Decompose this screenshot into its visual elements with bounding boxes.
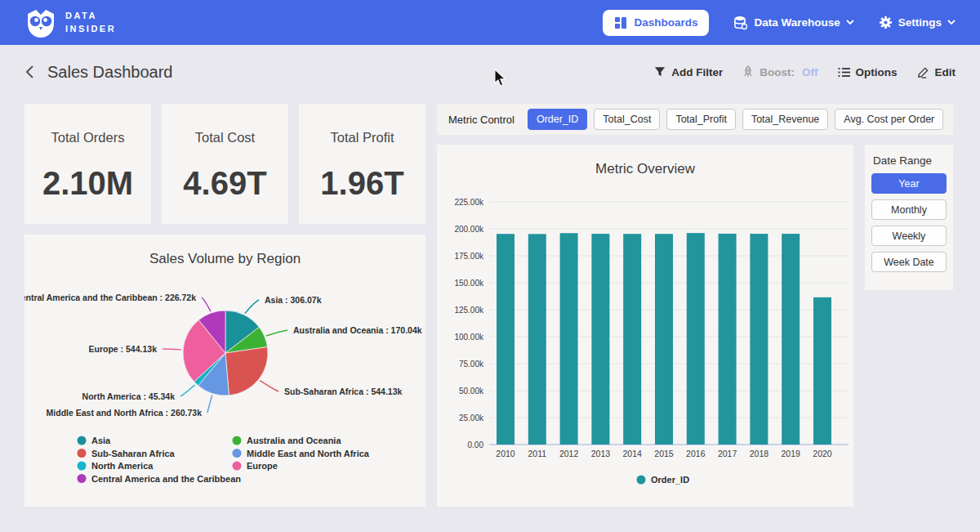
legend-item-europe[interactable]: Europe xyxy=(233,461,278,471)
y-tick-label: 125.00k xyxy=(454,306,484,315)
bar-2015[interactable] xyxy=(655,234,673,445)
logo[interactable]: DATA INSIDER xyxy=(24,7,116,38)
dashboards-icon xyxy=(614,16,627,29)
pie-leader-line xyxy=(266,330,287,336)
y-tick-label: 150.00k xyxy=(454,279,484,288)
logo-line1: DATA xyxy=(65,10,116,23)
edit-label: Edit xyxy=(935,66,956,78)
options-button[interactable]: Options xyxy=(838,66,898,78)
metric-control-label: Metric Control xyxy=(448,114,514,126)
kpi-label: Total Profit xyxy=(299,130,425,145)
pie-leader-line xyxy=(245,300,259,314)
legend-item-north-america[interactable]: North America xyxy=(78,461,154,471)
date-range-year[interactable]: Year xyxy=(871,173,947,194)
pie-label: Sub-Saharan Africa : 544.13k xyxy=(284,387,402,396)
options-label: Options xyxy=(856,66,898,78)
gear-icon xyxy=(879,16,893,29)
kpi-card-total-cost: Total Cost 4.69T xyxy=(162,104,288,224)
bar-chart: 0.0025.00k50.00k75.00k100.00k125.00k150.… xyxy=(437,145,853,507)
dashboards-label: Dashboards xyxy=(634,16,697,29)
kpi-label: Total Cost xyxy=(162,130,288,145)
y-tick-label: 25.00k xyxy=(459,414,484,422)
pie-leader-line xyxy=(202,297,211,311)
y-tick-label: 0.00 xyxy=(468,440,484,449)
x-tick-label: 2015 xyxy=(654,449,674,458)
legend-item-asia[interactable]: Asia xyxy=(78,436,112,445)
svg-text:Sub-Saharan Africa: Sub-Saharan Africa xyxy=(91,449,176,458)
y-tick-label: 175.00k xyxy=(454,252,484,261)
svg-text:Asia: Asia xyxy=(91,436,111,445)
dashboards-button[interactable]: Dashboards xyxy=(603,10,709,36)
bar-2019[interactable] xyxy=(782,234,800,445)
bar-2011[interactable] xyxy=(528,234,546,445)
legend-item-sub-saharan-africa[interactable]: Sub-Saharan Africa xyxy=(78,449,176,458)
x-tick-label: 2014 xyxy=(623,449,643,458)
bar-2010[interactable] xyxy=(497,234,514,445)
svg-text:North America: North America xyxy=(91,461,154,471)
back-button[interactable] xyxy=(24,65,34,79)
x-tick-label: 2012 xyxy=(559,449,579,458)
metric-chip-total-revenue[interactable]: Total_Revenue xyxy=(742,109,828,130)
x-tick-label: 2013 xyxy=(591,449,611,458)
data-warehouse-menu[interactable]: Data Warehouse xyxy=(733,16,853,30)
pie-leader-line xyxy=(260,381,278,391)
date-range-weekly[interactable]: Weekly xyxy=(871,226,947,246)
x-tick-label: 2017 xyxy=(718,449,737,458)
settings-menu[interactable]: Settings xyxy=(879,16,956,29)
y-tick-label: 225.00k xyxy=(454,198,484,207)
pie-chart-panel: Sales Volume by Region Asia : 306.07kAus… xyxy=(24,235,425,507)
y-tick-label: 75.00k xyxy=(459,360,484,369)
x-tick-label: 2018 xyxy=(750,449,769,458)
kpi-label: Total Orders xyxy=(24,130,151,145)
bar-2017[interactable] xyxy=(719,234,737,445)
pie-leader-line xyxy=(180,385,195,396)
metric-chip-total-cost[interactable]: Total_Cost xyxy=(594,109,660,130)
date-range-monthly[interactable]: Monthly xyxy=(871,199,947,220)
pie-label: North America : 45.34k xyxy=(82,391,176,401)
boost-toggle[interactable]: Boost: Off xyxy=(742,65,817,78)
metric-chip-avg-cost-per-order[interactable]: Avg. Cost per Order xyxy=(835,109,943,130)
kpi-card-total-orders: Total Orders 2.10M xyxy=(24,104,151,224)
add-filter-label: Add Filter xyxy=(671,66,723,78)
pie-label: Australia and Oceania : 170.04k xyxy=(293,325,422,335)
legend-item-middle-east-and-north-africa[interactable]: Middle East and North Africa xyxy=(233,449,370,458)
bar-2013[interactable] xyxy=(591,234,609,445)
database-icon xyxy=(733,16,748,30)
legend-item-central-america-and-the-caribbean[interactable]: Central America and the Caribbean xyxy=(78,474,242,484)
add-filter-button[interactable]: Add Filter xyxy=(654,66,723,78)
bar-2014[interactable] xyxy=(623,234,641,445)
date-range-panel: Date Range Year Monthly Weekly Week Date xyxy=(865,145,953,290)
boost-state: Off xyxy=(802,66,818,78)
bar-2012[interactable] xyxy=(560,233,578,445)
logo-text: DATA INSIDER xyxy=(65,10,116,36)
list-icon xyxy=(838,67,850,78)
legend-item-order-id[interactable]: Order_ID xyxy=(637,475,690,485)
bar-2018[interactable] xyxy=(750,234,768,445)
page-title: Sales Dashboard xyxy=(47,63,172,82)
bar-2016[interactable] xyxy=(687,233,705,445)
x-tick-label: 2010 xyxy=(496,449,515,458)
boost-label: Boost: xyxy=(760,66,795,78)
legend-item-australia-and-oceania[interactable]: Australia and Oceania xyxy=(233,436,342,445)
chevron-down-icon xyxy=(846,20,854,25)
pie-leader-line xyxy=(163,349,181,350)
page-header: Sales Dashboard Add Filter Boost: Off xyxy=(0,45,980,99)
pencil-icon xyxy=(917,66,929,78)
bar-2020[interactable] xyxy=(813,297,831,445)
edit-button[interactable]: Edit xyxy=(917,66,956,78)
metric-chip-total-profit[interactable]: Total_Profit xyxy=(666,109,736,130)
owl-logo-icon xyxy=(24,7,57,38)
settings-label: Settings xyxy=(898,16,942,29)
x-tick-label: 2011 xyxy=(528,449,547,458)
pie-slice-sub-saharan-africa[interactable] xyxy=(225,347,268,396)
svg-text:Middle East and North Africa: Middle East and North Africa xyxy=(247,449,370,458)
x-tick-label: 2020 xyxy=(813,449,832,458)
pie-label: Central America and the Caribbean : 226.… xyxy=(24,293,196,302)
kpi-value: 4.69T xyxy=(162,165,288,202)
data-warehouse-label: Data Warehouse xyxy=(754,16,840,29)
chevron-down-icon xyxy=(947,20,956,25)
bar-chart-panel: Metric Overview 0.0025.00k50.00k75.00k10… xyxy=(437,145,853,507)
y-tick-label: 200.00k xyxy=(454,225,484,234)
metric-chip-order-id[interactable]: Order_ID xyxy=(528,109,587,130)
date-range-week-date[interactable]: Week Date xyxy=(871,252,947,272)
